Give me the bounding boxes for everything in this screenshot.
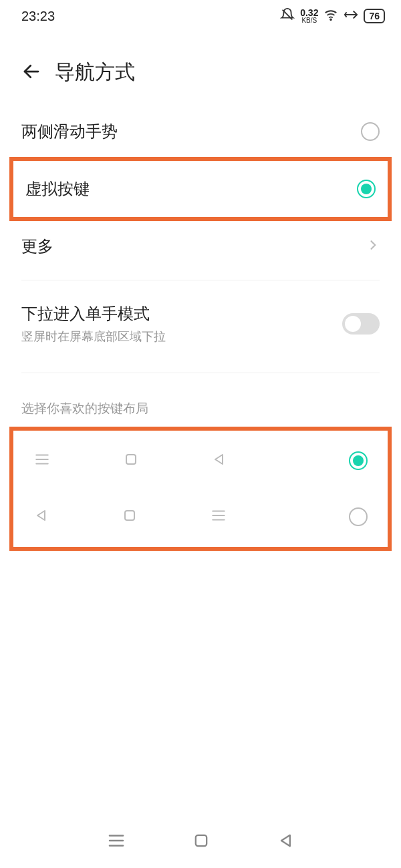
option-one-hand-mode[interactable]: 下拉进入单手模式 竖屏时在屏幕底部区域下拉 [0, 288, 401, 359]
back-icon[interactable] [21, 61, 41, 84]
airplane-icon [344, 7, 358, 25]
layout-option-2-icons [33, 507, 227, 527]
layout-option-2[interactable] [20, 499, 381, 535]
network-speed: 0.32 KB/S [300, 8, 318, 24]
divider [21, 280, 380, 280]
svg-rect-4 [126, 455, 136, 464]
option-more[interactable]: 更多 [0, 221, 401, 272]
radio-unselected[interactable] [349, 507, 368, 526]
svg-point-0 [331, 19, 332, 20]
page-title: 导航方式 [55, 59, 135, 86]
battery-indicator: 76 [364, 9, 385, 23]
menu-icon [33, 451, 51, 471]
option-more-label: 更多 [21, 236, 53, 257]
status-right: 0.32 KB/S 76 [280, 7, 385, 25]
radio-selected[interactable] [357, 180, 376, 198]
system-home-icon[interactable] [192, 831, 211, 853]
system-nav-bar [0, 824, 401, 860]
radio-selected[interactable] [349, 451, 368, 470]
chevron-right-icon [366, 238, 380, 254]
system-menu-icon[interactable] [106, 831, 126, 853]
status-time: 23:23 [21, 9, 55, 24]
layout-section-title: 选择你喜欢的按键布局 [0, 381, 401, 427]
highlight-virtual-keys: 虚拟按键 [9, 157, 392, 221]
highlight-layout-options [9, 427, 392, 551]
header: 导航方式 [0, 32, 401, 106]
option-virtual-label: 虚拟按键 [25, 178, 90, 200]
divider [21, 373, 380, 373]
layout-option-1-icons [33, 451, 227, 471]
one-hand-sub: 竖屏时在屏幕底部区域下拉 [21, 329, 166, 345]
layout-option-1[interactable] [20, 443, 381, 479]
status-bar: 23:23 0.32 KB/S 76 [0, 0, 401, 32]
notification-off-icon [280, 7, 295, 25]
radio-unselected[interactable] [361, 122, 380, 141]
svg-rect-5 [125, 511, 134, 520]
one-hand-label: 下拉进入单手模式 [21, 303, 166, 324]
option-swipe-label: 两侧滑动手势 [21, 121, 118, 142]
system-back-icon[interactable] [277, 831, 295, 853]
toggle-off[interactable] [342, 313, 380, 335]
square-icon [122, 507, 138, 526]
back-triangle-icon [211, 451, 227, 470]
square-icon [123, 451, 139, 470]
option-swipe-gesture[interactable]: 两侧滑动手势 [0, 106, 401, 157]
svg-rect-12 [196, 835, 207, 846]
wifi-icon [323, 7, 338, 25]
back-triangle-icon [33, 507, 49, 526]
option-virtual-keys[interactable]: 虚拟按键 [13, 161, 388, 217]
menu-icon [210, 507, 227, 527]
